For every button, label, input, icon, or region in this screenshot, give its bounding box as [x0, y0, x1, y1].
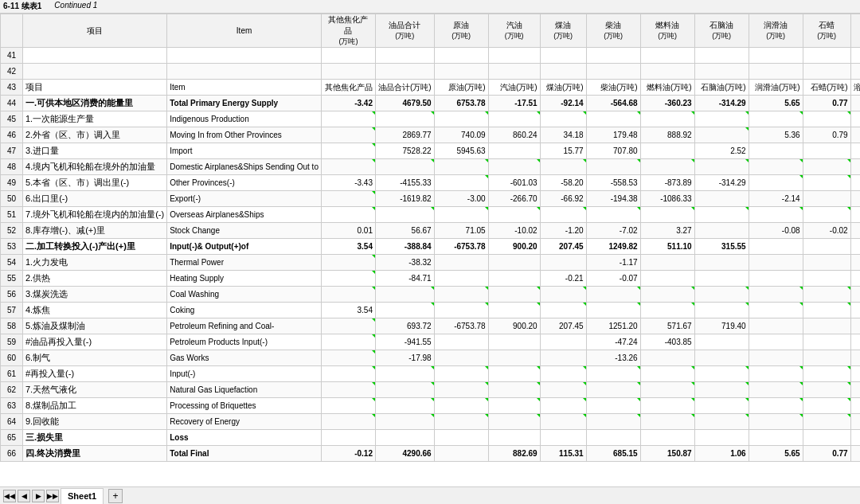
col-h7: 石脑油(万吨) — [694, 14, 749, 48]
data-cell: -0.12 — [321, 446, 375, 462]
data-cell — [749, 287, 803, 303]
data-cell: -1086.33 — [640, 191, 694, 207]
data-cell — [375, 382, 434, 398]
zh-item-cell: 6.出口里(-) — [23, 191, 167, 207]
zh-item-cell: 5.炼油及煤制油 — [23, 318, 167, 334]
data-cell — [850, 111, 860, 127]
data-cell — [749, 143, 803, 159]
data-cell: 石蜡(万吨) — [803, 80, 850, 96]
data-cell — [434, 271, 488, 287]
table-row: 541.火力发电Thermal Power-38.32-1.17 — [1, 255, 861, 271]
row-number: 54 — [1, 255, 23, 271]
data-cell — [488, 414, 540, 430]
table-wrapper[interactable]: 项目 Item 其他焦化产品(万吨) 油品合计(万吨) 原油(万吨) 汽油(万吨… — [0, 14, 860, 486]
zh-item-cell: 1.火力发电 — [23, 255, 167, 271]
en-item-cell — [167, 48, 322, 64]
data-cell: 溶剂油(万吨) — [850, 80, 860, 96]
data-cell: 315.55 — [694, 239, 749, 255]
data-cell — [803, 318, 850, 334]
data-cell — [321, 366, 375, 382]
en-item-cell: Export(-) — [167, 191, 322, 207]
data-cell — [850, 366, 860, 382]
nav-next-btn[interactable]: ▶ — [32, 490, 45, 502]
data-cell — [749, 382, 803, 398]
data-cell — [488, 64, 540, 80]
nav-prev-btn[interactable]: ◀ — [18, 490, 30, 502]
col-h0: 其他焦化产品(万吨) — [321, 14, 375, 48]
table-row: 585.炼油及煤制油Petroleum Refining and Coal-69… — [1, 318, 861, 334]
data-cell — [749, 175, 803, 191]
data-cell — [375, 287, 434, 303]
data-cell — [586, 48, 640, 64]
data-cell: -58.20 — [540, 175, 586, 191]
data-cell — [640, 271, 694, 287]
en-item-cell: Stock Change — [167, 223, 322, 239]
row-number: 46 — [1, 127, 23, 143]
data-cell: 燃料油(万吨) — [640, 80, 694, 96]
col-h2: 原油(万吨) — [434, 14, 488, 48]
data-cell — [434, 334, 488, 350]
data-cell — [586, 287, 640, 303]
data-cell — [803, 303, 850, 318]
data-cell — [850, 350, 860, 366]
title-label: 6-11 续表1 — [3, 1, 41, 12]
data-cell: 4679.50 — [375, 96, 434, 111]
zh-item-cell: 6.制气 — [23, 350, 167, 366]
data-cell — [586, 382, 640, 398]
data-cell — [540, 287, 586, 303]
data-cell: -92.14 — [540, 96, 586, 111]
data-cell — [749, 398, 803, 414]
table-row: 451.一次能源生产量Indigenous Production — [1, 111, 861, 127]
table-row: 517.境外飞机和轮船在境内的加油量(-)Overseas Airplanes&… — [1, 207, 861, 223]
nav-first-btn[interactable]: ◀◀ — [3, 490, 16, 502]
row-number: 56 — [1, 287, 23, 303]
en-item-cell: Other Provinces(-) — [167, 175, 322, 191]
data-cell — [850, 48, 860, 64]
data-cell — [749, 334, 803, 350]
data-cell: -0.02 — [803, 223, 850, 239]
data-cell — [540, 430, 586, 446]
col-en-header: Item — [167, 14, 322, 48]
data-cell — [850, 255, 860, 271]
data-cell — [749, 414, 803, 430]
data-cell — [434, 398, 488, 414]
data-cell — [640, 143, 694, 159]
data-cell — [694, 111, 749, 127]
data-cell — [850, 239, 860, 255]
data-cell — [434, 255, 488, 271]
data-cell — [375, 366, 434, 382]
data-cell — [321, 207, 375, 223]
data-cell: 207.45 — [540, 318, 586, 334]
data-cell: 石脑油(万吨) — [694, 80, 749, 96]
sheet1-tab[interactable]: Sheet1 — [61, 488, 104, 504]
data-cell — [540, 398, 586, 414]
table-row: 65三.损失里Loss — [1, 430, 861, 446]
data-cell: -7.02 — [586, 223, 640, 239]
data-cell: 其他焦化产品 — [321, 80, 375, 96]
data-cell: -0.08 — [749, 223, 803, 239]
data-cell: 2.52 — [694, 143, 749, 159]
zh-item-cell: 项目 — [23, 80, 167, 96]
row-number: 50 — [1, 191, 23, 207]
zh-item-cell: 8.库存增(-)、减(+)里 — [23, 223, 167, 239]
add-sheet-btn[interactable]: + — [108, 489, 123, 503]
data-cell — [321, 127, 375, 143]
data-cell: -2.14 — [749, 191, 803, 207]
row-number: 45 — [1, 111, 23, 127]
data-cell — [540, 350, 586, 366]
data-cell — [803, 64, 850, 80]
data-cell — [850, 175, 860, 191]
data-cell: -266.70 — [488, 191, 540, 207]
data-cell — [803, 334, 850, 350]
data-cell — [375, 414, 434, 430]
data-cell: -47.24 — [586, 334, 640, 350]
data-cell — [694, 127, 749, 143]
data-cell — [434, 366, 488, 382]
nav-last-btn[interactable]: ▶▶ — [46, 490, 59, 502]
data-cell: 511.10 — [640, 239, 694, 255]
table-row: 61#再投入量(-)Input(-) — [1, 366, 861, 382]
data-cell: 0.56 — [850, 96, 860, 111]
data-cell — [586, 398, 640, 414]
table-row: 638.煤制品加工Processing of Briquettes — [1, 398, 861, 414]
data-cell — [321, 350, 375, 366]
